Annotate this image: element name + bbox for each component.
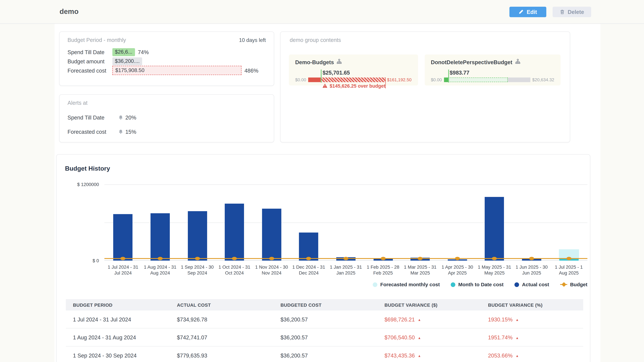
budget-history-panel: Budget History $ 1200000 $ 0 1 Jul 2024 … xyxy=(56,154,590,362)
budget-line-point xyxy=(380,257,386,260)
table-body: 1 Jul 2024 - 31 Jul 2024$734,926.78$36,2… xyxy=(66,311,583,362)
forecasted-cost-label: Forecasted cost xyxy=(68,67,112,73)
group-budget-name: DonotDeletePerspectiveBudget xyxy=(431,59,554,66)
forecasted-cost-percent: 486% xyxy=(244,67,258,73)
table-cell: $706,540.50▲ xyxy=(377,334,481,341)
main-area: Budget Period - monthly 10 days left Spe… xyxy=(0,24,644,362)
x-axis-labels: 1 Jul 2024 - 31Jul 20241 Aug 2024 - 31Au… xyxy=(104,264,588,276)
group-budget-card[interactable]: DonotDeletePerspectiveBudget$0.00$983.77… xyxy=(424,54,560,85)
alert-spend-label: Spend Till Date xyxy=(68,114,118,120)
x-axis-label: 1 Aug 2024 - 31Aug 2024 xyxy=(142,264,179,276)
table-row: 1 Sep 2024 - 30 Sep 2024$779,635.93$36,2… xyxy=(66,347,583,362)
bar-segment-hatch-red xyxy=(321,77,385,82)
legend-label: Forecasted monthly cost xyxy=(380,282,440,287)
gridline-mid xyxy=(104,223,588,223)
trash-icon xyxy=(560,9,565,14)
x-axis-label: 1 Apr 2025 - 30Apr 2025 xyxy=(439,264,476,276)
group-budget-bar: $25,701.65$145,626.25 over budget xyxy=(308,77,386,82)
delete-button[interactable]: Delete xyxy=(552,6,591,17)
edit-button-label: Edit xyxy=(527,8,537,15)
spend-till-date-percent: 74% xyxy=(138,49,149,55)
group-budget-amount: $983.77 xyxy=(450,69,470,76)
table-cell: 2053.66%▲ xyxy=(481,352,583,359)
spend-till-date-value: $26,6... xyxy=(112,48,135,56)
x-axis-label: 1 Jun 2025 - 30Jun 2025 xyxy=(513,264,550,276)
pencil-icon xyxy=(519,9,524,14)
bar-min-label: $0.00 xyxy=(431,77,442,82)
bar-segment-solid-red xyxy=(308,77,321,82)
group-budget-name-label: Demo-Budgets xyxy=(295,59,334,65)
legend-dot xyxy=(373,282,377,287)
budget-amount-row: Budget amount $36,200.... xyxy=(68,57,266,66)
budget-period-card: Budget Period - monthly 10 days left Spe… xyxy=(59,31,274,86)
table-cell: 1951.74%▲ xyxy=(481,334,583,341)
chart-legend: Forecasted monthly costMonth to Date cos… xyxy=(104,282,588,287)
legend-item-actual-cost[interactable]: Actual cost xyxy=(514,282,549,287)
content-area: Budget Period - monthly 10 days left Spe… xyxy=(54,24,600,362)
group-budget-name-label: DonotDeletePerspectiveBudget xyxy=(431,59,512,65)
table-cell: $734,926.78 xyxy=(170,316,274,323)
group-budget-name: Demo-Budgets xyxy=(295,59,412,66)
days-left-label: 10 days left xyxy=(239,37,266,43)
variance-up-icon: ▲ xyxy=(418,336,421,340)
delete-button-label: Delete xyxy=(568,8,584,15)
budget-line-point xyxy=(529,257,534,260)
bar-min-label: $0.00 xyxy=(295,77,306,82)
group-contents-title: demo group contents xyxy=(290,37,561,43)
bar-actual xyxy=(262,209,281,261)
legend-item-month-to-date-cost[interactable]: Month to Date cost xyxy=(451,282,504,287)
top-bar: demo Edit Delete xyxy=(0,0,644,24)
budget-legend-marker xyxy=(560,283,567,286)
over-budget-text: $145,626.25 over budget xyxy=(330,83,386,88)
group-contents-panel: demo group contents Demo-Budgets$0.00$25… xyxy=(280,31,570,143)
group-budget-bar-row: $0.00$25,701.65$145,626.25 over budget$1… xyxy=(295,77,412,82)
spend-till-date-label: Spend Till Date xyxy=(68,49,112,55)
edit-button[interactable]: Edit xyxy=(510,6,546,17)
budget-line-point xyxy=(455,257,460,260)
top-actions: Edit Delete xyxy=(510,6,591,17)
group-budget-amount: $25,701.65 xyxy=(322,69,350,76)
bar-actual xyxy=(299,233,318,261)
legend-item-budget[interactable]: Budget xyxy=(560,282,587,287)
table-cell: $36,200.57 xyxy=(273,334,377,341)
table-header-cell: BUDGET VARIANCE (%) xyxy=(481,302,583,307)
table-header-cell: BUDGET VARIANCE ($) xyxy=(377,302,481,307)
page-title: demo xyxy=(60,7,78,16)
y-axis-bottom-label: $ 0 xyxy=(92,258,99,263)
table-cell: $743,435.36▲ xyxy=(377,352,481,359)
variance-up-icon: ▲ xyxy=(516,318,519,322)
x-axis-label: 1 Jul 2025 - 1Aug 2025 xyxy=(550,264,588,276)
x-axis-label: 1 Sep 2024 - 30Sep 2024 xyxy=(179,264,216,276)
hierarchy-icon xyxy=(336,59,342,66)
table-header-cell: ACTUAL COST xyxy=(170,302,274,307)
table-cell: 1 Aug 2024 - 31 Aug 2024 xyxy=(66,334,170,341)
budget-line-point xyxy=(269,257,274,260)
x-axis-label: 1 Feb 2025 - 28Feb 2025 xyxy=(364,264,402,276)
legend-label: Actual cost xyxy=(522,282,549,287)
group-budget-card[interactable]: Demo-Budgets$0.00$25,701.65$145,626.25 o… xyxy=(289,54,418,85)
alert-forecast-label: Forecasted cost xyxy=(68,128,118,135)
budget-amount-value: $36,200.... xyxy=(112,57,142,65)
over-budget-end-line xyxy=(386,77,386,88)
hierarchy-icon xyxy=(515,59,521,66)
alert-spend-value: 20% xyxy=(126,114,136,120)
table-header-cell: BUDGET PERIOD xyxy=(66,302,170,307)
x-axis-label: 1 Mar 2025 - 31Mar 2025 xyxy=(402,264,439,276)
table-cell: $742,741.07 xyxy=(170,334,274,341)
budget-line-point xyxy=(566,257,572,260)
alert-forecast-value: 15% xyxy=(126,128,136,135)
legend-item-forecasted-monthly-cost[interactable]: Forecasted monthly cost xyxy=(373,282,440,287)
over-budget-warning: $145,626.25 over budget xyxy=(322,83,386,89)
budget-marker-line xyxy=(321,69,322,82)
group-budget-cards: Demo-Budgets$0.00$25,701.65$145,626.25 o… xyxy=(289,54,561,85)
table-header-row: BUDGET PERIODACTUAL COSTBUDGETED COSTBUD… xyxy=(66,299,583,311)
alert-row-spend: Spend Till Date 20% xyxy=(68,110,266,124)
app-viewport: demo Edit Delete xyxy=(0,0,644,362)
forecasted-cost-value: $175,908.50 xyxy=(112,66,242,75)
bar-actual xyxy=(485,197,504,261)
table-cell: 1 Sep 2024 - 30 Sep 2024 xyxy=(66,352,170,359)
legend-label: Month to Date cost xyxy=(458,282,504,287)
table-cell: $779,635.93 xyxy=(170,352,274,359)
y-axis-top-label: $ 1200000 xyxy=(77,182,99,187)
bar-actual xyxy=(113,214,133,261)
